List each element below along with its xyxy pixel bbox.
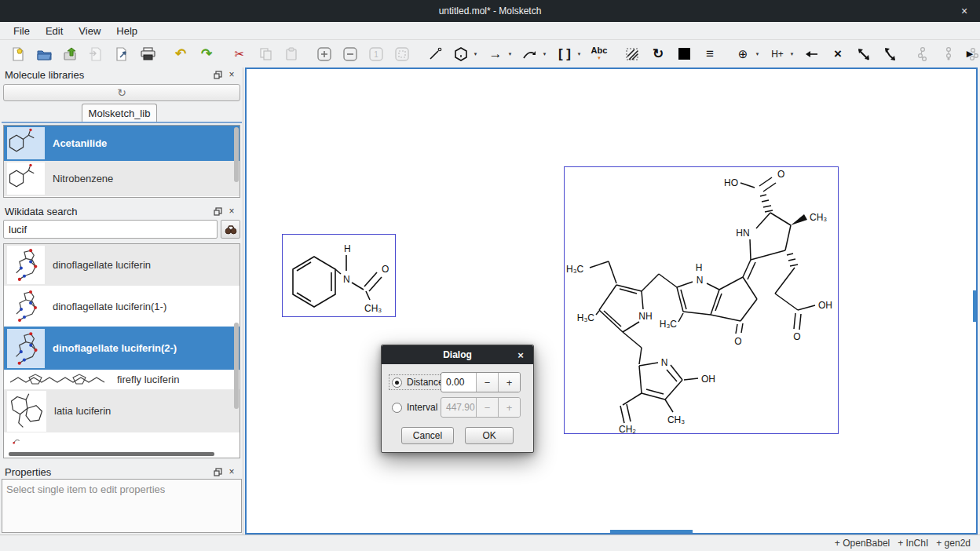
status-inchi[interactable]: + InChI [898, 538, 928, 549]
search-result-row[interactable]: dinoflagellate luciferin(2-) [4, 327, 240, 370]
bracket-tool-dropdown[interactable]: ▼ [575, 43, 583, 65]
flip-horizontal-button[interactable] [854, 43, 874, 65]
zoom-original-button[interactable]: 1 [366, 43, 386, 65]
library-refresh-button[interactable]: ↻ [3, 84, 240, 101]
print-button[interactable] [137, 43, 158, 65]
cut-button[interactable]: ✂ [229, 43, 250, 65]
save-file-button[interactable] [60, 43, 80, 65]
flip-vertical-button[interactable] [879, 43, 900, 65]
library-list-scrollbar[interactable] [234, 127, 239, 182]
menu-edit[interactable]: Edit [38, 24, 70, 38]
copy-button[interactable] [255, 43, 276, 65]
hydrogen-tool-button[interactable]: H+ [767, 43, 788, 65]
distance-increment-button[interactable]: + [498, 373, 520, 392]
align-structure-button[interactable] [938, 43, 959, 65]
wikidata-search-button[interactable] [221, 220, 240, 239]
search-result-row[interactable]: latia luciferin [4, 389, 240, 432]
wikidata-list-hscrollbar[interactable] [9, 452, 214, 456]
ring-tool-button[interactable] [451, 43, 471, 65]
status-gen2d[interactable]: + gen2d [936, 538, 971, 549]
distance-radio[interactable] [392, 378, 402, 388]
interval-radio-group[interactable]: Interval [389, 400, 440, 414]
atom-label: NH [638, 311, 652, 322]
panel-splitter[interactable] [0, 199, 243, 204]
wikidata-float-button[interactable] [210, 205, 225, 217]
canvas-vertical-scrollbar[interactable] [973, 290, 976, 322]
ring-tool-dropdown[interactable]: ▼ [471, 43, 480, 65]
color-picker-button[interactable] [674, 43, 694, 65]
interval-decrement-button[interactable]: − [476, 398, 498, 417]
properties-float-button[interactable] [210, 465, 225, 478]
charge-tool-dropdown[interactable]: ▼ [753, 43, 762, 65]
paste-button[interactable] [281, 43, 302, 65]
ok-button[interactable]: OK [465, 427, 514, 444]
panel-splitter[interactable] [0, 459, 243, 465]
molecule-luciferin[interactable]: HO O HN CH₃ H₃C H N H₃C NH H₃C O OH O N … [564, 166, 839, 434]
delete-tool-button[interactable]: × [828, 43, 848, 65]
charge-icon: ⊕ [738, 47, 748, 61]
search-result-row[interactable] [4, 432, 240, 447]
hydrogen-tool-dropdown[interactable]: ▼ [788, 43, 796, 65]
reaction-arrow-dropdown[interactable]: ▼ [506, 43, 514, 65]
wikidata-close-button[interactable]: × [225, 205, 239, 217]
zoom-fit-button[interactable] [392, 43, 412, 65]
libraries-panel-title: Molecule libraries [5, 69, 210, 81]
text-tool-icon: Abc ▼ [591, 46, 608, 62]
open-file-button[interactable] [34, 43, 54, 65]
rotate-tool-button[interactable]: ↻ [648, 43, 668, 65]
new-file-button[interactable] [8, 43, 28, 65]
interval-value[interactable]: 447.90 [441, 398, 476, 417]
mechanism-arrow-dropdown[interactable]: ▼ [540, 43, 549, 65]
interval-radio[interactable] [392, 403, 402, 413]
menu-view[interactable]: View [71, 24, 108, 38]
drawing-canvas[interactable]: H N O CH₃ [245, 68, 978, 535]
properties-close-button[interactable]: × [225, 465, 239, 478]
interval-increment-button[interactable]: + [498, 398, 520, 417]
tab-molsketch-lib[interactable]: Molsketch_lib [82, 104, 157, 122]
bracket-tool-button[interactable]: [ ] [554, 43, 575, 65]
reaction-arrow-button[interactable]: → [485, 43, 506, 65]
lone-pair-tool-button[interactable] [802, 43, 822, 65]
mechanism-arrow-button[interactable] [520, 43, 540, 65]
wikidata-panel: Wikidata search × [0, 204, 243, 459]
molecule-thumbnail [7, 162, 45, 195]
charge-tool-button[interactable]: ⊕ [733, 43, 753, 65]
redo-button[interactable]: ↷ [196, 43, 217, 65]
search-result-row[interactable]: dinoflagellate luciferin [4, 244, 240, 286]
draw-bond-button[interactable] [425, 43, 445, 65]
export-file-button[interactable] [112, 43, 132, 65]
window-close-button[interactable]: × [953, 0, 975, 22]
wikidata-list-scrollbar[interactable] [234, 323, 239, 409]
text-tool-button[interactable]: Abc ▼ [589, 43, 609, 65]
distance-value[interactable]: 0.00 [441, 373, 476, 392]
cancel-button[interactable]: Cancel [401, 427, 454, 444]
library-item[interactable]: Acetanilide [4, 126, 240, 161]
line-width-button[interactable]: ≡ [700, 43, 720, 65]
undo-button[interactable]: ↶ [170, 43, 191, 65]
hatch-tool-button[interactable] [622, 43, 642, 65]
titlebar[interactable]: untitled.mol* - Molsketch × [0, 0, 980, 22]
status-openbabel[interactable]: + OpenBabel [835, 538, 890, 549]
distance-decrement-button[interactable]: − [476, 373, 498, 392]
zoom-out-button[interactable] [340, 43, 360, 65]
canvas-horizontal-scrollbar[interactable] [610, 530, 693, 533]
menu-help[interactable]: Help [109, 24, 144, 38]
print-icon [141, 47, 155, 60]
import-file-button[interactable] [86, 43, 106, 65]
search-result-row[interactable]: firefly luciferin [4, 370, 240, 389]
dialog-window[interactable]: Dialog × Distance 0.00 − + Interval [381, 345, 534, 453]
libraries-float-button[interactable] [210, 68, 225, 81]
interval-radio-label: Interval [407, 402, 437, 413]
dialog-close-button[interactable]: × [514, 345, 527, 364]
libraries-close-button[interactable]: × [225, 68, 239, 81]
distance-radio-group[interactable]: Distance [389, 375, 446, 389]
search-result-row[interactable]: dinoflagellate luciferin(1-) [4, 286, 240, 327]
dialog-titlebar[interactable]: Dialog × [382, 345, 533, 364]
toolbar-overflow-button[interactable]: ▶ [963, 40, 977, 68]
molecule-acetanilide[interactable]: H N O CH₃ [282, 234, 396, 317]
zoom-in-button[interactable] [314, 43, 335, 65]
menu-file[interactable]: File [6, 24, 37, 38]
library-item[interactable]: Nitrobenzene [4, 161, 240, 196]
optimize-structure-button[interactable] [912, 43, 933, 65]
wikidata-search-input[interactable] [3, 220, 218, 239]
